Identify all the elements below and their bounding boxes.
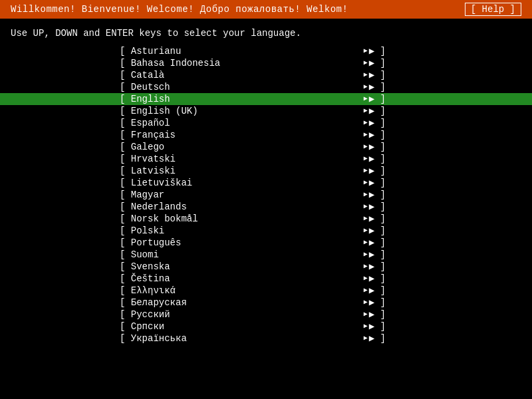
language-item-espanol[interactable]: [ Español ▶ ] <box>0 117 532 129</box>
lang-label-bahasa-indonesia: [ Bahasa Indonesia <box>120 57 220 69</box>
language-item-srpski[interactable]: [ Српски ▶ ] <box>0 321 532 332</box>
lang-label-english: [ English <box>120 93 170 105</box>
language-item-catala[interactable]: [ Català ▶ ] <box>0 69 532 81</box>
lang-label-ukrainska: [ Українська <box>120 332 187 344</box>
lang-arrow-lietuviskai: ▶ ] <box>364 177 386 189</box>
language-item-ellinika[interactable]: [ Ελληνικά ▶ ] <box>0 285 532 297</box>
lang-arrow-catala: ▶ ] <box>364 69 386 81</box>
language-item-svenska[interactable]: [ Svenska ▶ ] <box>0 261 532 273</box>
language-item-latviski[interactable]: [ Latviski ▶ ] <box>0 165 532 177</box>
language-item-nederlands[interactable]: [ Nederlands ▶ ] <box>0 201 532 213</box>
lang-arrow-english-uk: ▶ ] <box>364 105 386 117</box>
language-item-deutsch[interactable]: [ Deutsch ▶ ] <box>0 81 532 93</box>
lang-label-belarusskaya: [ Беларуская <box>120 297 187 309</box>
language-item-hrvatski[interactable]: [ Hrvatski ▶ ] <box>0 153 532 165</box>
lang-label-cestina: [ Čeština <box>120 273 170 285</box>
lang-arrow-galego: ▶ ] <box>364 141 386 153</box>
lang-arrow-english: ▶ ] <box>364 93 386 105</box>
lang-arrow-portugues: ▶ ] <box>364 237 386 249</box>
lang-arrow-magyar: ▶ ] <box>364 189 386 201</box>
lang-arrow-srpski: ▶ ] <box>364 321 386 332</box>
lang-label-galego: [ Galego <box>120 141 164 153</box>
language-item-english-uk[interactable]: [ English (UK) ▶ ] <box>0 105 532 117</box>
lang-label-suomi: [ Suomi <box>120 249 159 261</box>
lang-arrow-russkiy: ▶ ] <box>364 309 386 321</box>
lang-label-polski: [ Polski <box>120 225 164 237</box>
lang-label-lietuviskai: [ Lietuviškai <box>120 177 192 189</box>
lang-label-portugues: [ Português <box>120 237 181 249</box>
header-title: Willkommen! Bienvenue! Welcome! Добро по… <box>11 4 348 15</box>
lang-label-deutsch: [ Deutsch <box>120 81 170 93</box>
lang-arrow-polski: ▶ ] <box>364 225 386 237</box>
language-item-ukrainska[interactable]: [ Українська ▶ ] <box>0 332 532 344</box>
lang-arrow-norsk-bokmal: ▶ ] <box>364 213 386 225</box>
lang-label-nederlands: [ Nederlands <box>120 201 187 213</box>
language-item-cestina[interactable]: [ Čeština ▶ ] <box>0 273 532 285</box>
lang-arrow-cestina: ▶ ] <box>364 273 386 285</box>
lang-label-hrvatski: [ Hrvatski <box>120 153 176 165</box>
lang-label-catala: [ Català <box>120 69 164 81</box>
lang-label-francais: [ Français <box>120 129 176 141</box>
language-item-english[interactable]: [ English ▶ ] <box>0 93 532 105</box>
lang-arrow-espanol: ▶ ] <box>364 117 386 129</box>
lang-label-latviski: [ Latviski <box>120 165 176 177</box>
lang-arrow-ukrainska: ▶ ] <box>364 332 386 344</box>
lang-label-magyar: [ Magyar <box>120 189 164 201</box>
lang-label-espanol: [ Español <box>120 117 170 129</box>
lang-label-ellinika: [ Ελληνικά <box>120 285 176 297</box>
language-item-asturianu[interactable]: [ Asturianu ▶ ] <box>0 45 532 57</box>
language-item-polski[interactable]: [ Polski ▶ ] <box>0 225 532 237</box>
lang-label-srpski: [ Српски <box>120 321 164 332</box>
language-item-galego[interactable]: [ Galego ▶ ] <box>0 141 532 153</box>
lang-label-asturianu: [ Asturianu <box>120 45 181 57</box>
lang-arrow-deutsch: ▶ ] <box>364 81 386 93</box>
lang-arrow-belarusskaya: ▶ ] <box>364 297 386 309</box>
help-button[interactable]: [ Help ] <box>465 3 521 16</box>
language-item-russkiy[interactable]: [ Русский ▶ ] <box>0 309 532 321</box>
lang-arrow-svenska: ▶ ] <box>364 261 386 273</box>
language-item-norsk-bokmal[interactable]: [ Norsk bokmål ▶ ] <box>0 213 532 225</box>
header-bar: Willkommen! Bienvenue! Welcome! Добро по… <box>0 0 532 19</box>
lang-arrow-asturianu: ▶ ] <box>364 45 386 57</box>
language-item-lietuviskai[interactable]: [ Lietuviškai ▶ ] <box>0 177 532 189</box>
lang-label-svenska: [ Svenska <box>120 261 170 273</box>
language-item-francais[interactable]: [ Français ▶ ] <box>0 129 532 141</box>
lang-arrow-francais: ▶ ] <box>364 129 386 141</box>
instruction-text: Use UP, DOWN and ENTER keys to select yo… <box>0 19 532 45</box>
language-item-belarusskaya[interactable]: [ Беларуская ▶ ] <box>0 297 532 309</box>
language-list: [ Asturianu ▶ ][ Bahasa Indonesia ▶ ][ C… <box>0 45 532 344</box>
lang-label-norsk-bokmal: [ Norsk bokmål <box>120 213 198 225</box>
lang-arrow-latviski: ▶ ] <box>364 165 386 177</box>
lang-arrow-suomi: ▶ ] <box>364 249 386 261</box>
lang-label-english-uk: [ English (UK) <box>120 105 198 117</box>
lang-arrow-nederlands: ▶ ] <box>364 201 386 213</box>
lang-arrow-hrvatski: ▶ ] <box>364 153 386 165</box>
language-item-suomi[interactable]: [ Suomi ▶ ] <box>0 249 532 261</box>
lang-arrow-bahasa-indonesia: ▶ ] <box>364 57 386 69</box>
language-item-portugues[interactable]: [ Português ▶ ] <box>0 237 532 249</box>
lang-label-russkiy: [ Русский <box>120 309 170 321</box>
language-item-bahasa-indonesia[interactable]: [ Bahasa Indonesia ▶ ] <box>0 57 532 69</box>
language-item-magyar[interactable]: [ Magyar ▶ ] <box>0 189 532 201</box>
lang-arrow-ellinika: ▶ ] <box>364 285 386 297</box>
